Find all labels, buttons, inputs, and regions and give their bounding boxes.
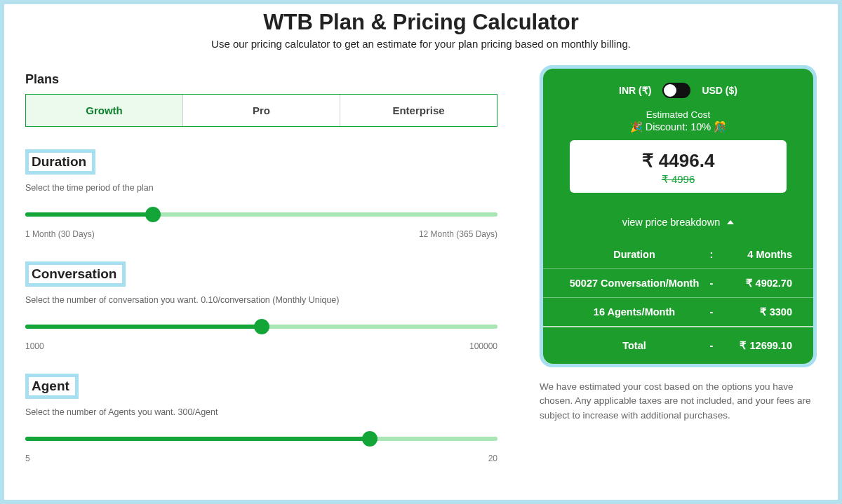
pricing-calculator: WTB Plan & Pricing Calculator Use our pr… (4, 4, 838, 500)
agent-min: 5 (25, 454, 30, 463)
agent-slider-thumb[interactable] (362, 431, 377, 447)
estimate-card: INR (₹) USD ($) Estimated Cost 🎉 Discoun… (543, 69, 813, 364)
price-original: ₹ 4996 (570, 173, 787, 186)
breakdown-row-agents: 16 Agents/Month - ₹ 3300 (543, 297, 813, 326)
conversation-slider[interactable] (25, 320, 497, 334)
currency-toggle[interactable] (662, 83, 690, 98)
conversation-title: Conversation (25, 261, 126, 287)
chevron-up-icon (727, 220, 734, 224)
duration-title: Duration (25, 149, 95, 175)
config-panel: Plans Growth Pro Enterprise Duration Sel… (25, 65, 497, 463)
breakdown-row-total: Total - ₹ 12699.10 (543, 326, 813, 364)
duration-max: 12 Month (365 Days) (419, 229, 497, 239)
price-box: ₹ 4496.4 ₹ 4996 (570, 140, 787, 193)
agent-slider[interactable] (25, 433, 497, 447)
duration-slider-thumb[interactable] (145, 207, 161, 222)
currency-inr: INR (₹) (619, 85, 651, 96)
estimated-cost-label: Estimated Cost (543, 109, 813, 120)
tab-growth[interactable]: Growth (26, 95, 182, 126)
plan-tabs: Growth Pro Enterprise (25, 94, 497, 127)
breakdown-row-duration: Duration : 4 Months (543, 240, 813, 268)
tab-enterprise[interactable]: Enterprise (340, 95, 497, 126)
breakdown-row-conversation: 50027 Conversation/Month - ₹ 4902.70 (543, 268, 813, 297)
conversation-min: 1000 (25, 341, 44, 351)
discount-label: 🎉 Discount: 10% 🎊 (543, 121, 813, 133)
agent-title: Agent (25, 374, 79, 399)
currency-usd: USD ($) (702, 85, 737, 96)
duration-min: 1 Month (30 Days) (25, 229, 95, 239)
duration-slider[interactable] (25, 208, 497, 222)
conversation-desc: Select the number of conversation you wa… (25, 295, 497, 305)
conversation-slider-thumb[interactable] (254, 319, 269, 334)
duration-desc: Select the time period of the plan (25, 183, 497, 193)
header: WTB Plan & Pricing Calculator Use our pr… (25, 10, 817, 50)
page-subtitle: Use our pricing calculator to get an est… (25, 38, 817, 50)
plans-label: Plans (25, 72, 497, 87)
currency-toggle-row: INR (₹) USD ($) (543, 69, 813, 105)
tab-pro[interactable]: Pro (182, 95, 340, 126)
duration-section: Duration Select the time period of the p… (25, 149, 497, 239)
price-discounted: ₹ 4496.4 (570, 150, 787, 172)
agent-max: 20 (488, 454, 497, 463)
agent-desc: Select the number of Agents you want. 30… (25, 407, 497, 417)
page-title: WTB Plan & Pricing Calculator (25, 10, 817, 35)
agent-section: Agent Select the number of Agents you wa… (25, 374, 497, 463)
conversation-max: 100000 (469, 341, 497, 351)
disclaimer: We have estimated your cost based on the… (540, 380, 817, 423)
conversation-section: Conversation Select the number of conver… (25, 261, 497, 351)
estimate-panel: INR (₹) USD ($) Estimated Cost 🎉 Discoun… (540, 65, 817, 463)
breakdown-toggle[interactable]: view price breakdown (543, 217, 813, 228)
